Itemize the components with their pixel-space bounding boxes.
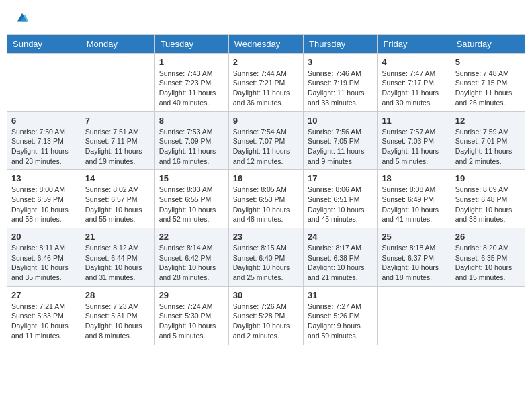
day-number: 28 [85,290,150,300]
day-info: Sunrise: 7:21 AMSunset: 5:33 PMDaylight:… [11,302,77,341]
day-number: 10 [308,116,373,126]
day-info: Sunrise: 8:20 AMSunset: 6:35 PMDaylight:… [455,243,521,283]
day-number: 20 [11,232,77,242]
day-info: Sunrise: 8:02 AMSunset: 6:57 PMDaylight:… [85,185,150,224]
calendar-cell: 9Sunrise: 7:54 AMSunset: 7:07 PMDaylight… [228,111,303,170]
calendar-cell: 8Sunrise: 7:53 AMSunset: 7:09 PMDaylight… [154,111,228,170]
day-info: Sunrise: 8:17 AMSunset: 6:38 PMDaylight:… [308,243,373,283]
day-number: 12 [455,116,521,126]
day-info: Sunrise: 8:00 AMSunset: 6:59 PMDaylight:… [11,185,77,224]
logo-text [13,10,30,26]
day-info: Sunrise: 7:56 AMSunset: 7:05 PMDaylight:… [308,127,373,167]
calendar-cell: 16Sunrise: 8:05 AMSunset: 6:53 PMDayligh… [228,170,303,228]
day-number: 25 [382,232,446,242]
day-info: Sunrise: 7:51 AMSunset: 7:11 PMDaylight:… [85,127,150,167]
day-info: Sunrise: 7:50 AMSunset: 7:13 PMDaylight:… [11,127,77,167]
day-info: Sunrise: 7:26 AMSunset: 5:28 PMDaylight:… [233,302,299,341]
calendar-cell: 5Sunrise: 7:48 AMSunset: 7:15 PMDaylight… [451,53,525,111]
day-number: 18 [382,173,446,183]
day-number: 13 [11,173,77,183]
day-number: 9 [233,116,299,126]
calendar-cell: 19Sunrise: 8:09 AMSunset: 6:48 PMDayligh… [451,170,525,228]
day-number: 2 [233,57,299,67]
day-info: Sunrise: 8:18 AMSunset: 6:37 PMDaylight:… [382,243,446,283]
weekday-header: Tuesday [154,34,228,53]
day-number: 17 [308,173,373,183]
calendar-week-row: 6Sunrise: 7:50 AMSunset: 7:13 PMDaylight… [7,111,525,170]
calendar-cell: 30Sunrise: 7:26 AMSunset: 5:28 PMDayligh… [228,286,303,345]
day-info: Sunrise: 8:09 AMSunset: 6:48 PMDaylight:… [455,185,521,224]
day-number: 19 [455,173,521,183]
calendar-cell: 31Sunrise: 7:27 AMSunset: 5:26 PMDayligh… [303,286,377,345]
calendar-week-row: 27Sunrise: 7:21 AMSunset: 5:33 PMDayligh… [7,286,525,345]
calendar-cell: 15Sunrise: 8:03 AMSunset: 6:55 PMDayligh… [154,170,228,228]
day-number: 23 [233,232,299,242]
day-number: 5 [455,57,521,67]
calendar-cell: 28Sunrise: 7:23 AMSunset: 5:31 PMDayligh… [81,286,154,345]
calendar-cell [451,286,525,345]
calendar-cell: 7Sunrise: 7:51 AMSunset: 7:11 PMDaylight… [81,111,154,170]
calendar-week-row: 13Sunrise: 8:00 AMSunset: 6:59 PMDayligh… [7,170,525,228]
day-number: 3 [308,57,373,67]
day-info: Sunrise: 8:14 AMSunset: 6:42 PMDaylight:… [159,243,224,283]
day-info: Sunrise: 7:24 AMSunset: 5:30 PMDaylight:… [159,302,224,341]
day-number: 24 [308,232,373,242]
day-info: Sunrise: 8:15 AMSunset: 6:40 PMDaylight:… [233,243,299,283]
calendar-cell [81,53,154,111]
weekday-header: Friday [378,34,451,53]
day-number: 7 [85,116,150,126]
day-info: Sunrise: 7:44 AMSunset: 7:21 PMDaylight:… [233,68,299,108]
day-info: Sunrise: 7:53 AMSunset: 7:09 PMDaylight:… [159,127,224,167]
day-info: Sunrise: 8:06 AMSunset: 6:51 PMDaylight:… [308,185,373,224]
calendar-cell: 20Sunrise: 8:11 AMSunset: 6:46 PMDayligh… [7,228,81,287]
day-number: 31 [308,290,373,300]
calendar-cell: 1Sunrise: 7:43 AMSunset: 7:23 PMDaylight… [154,53,228,111]
weekday-header: Wednesday [228,34,303,53]
calendar-cell: 22Sunrise: 8:14 AMSunset: 6:42 PMDayligh… [154,228,228,287]
calendar-cell: 10Sunrise: 7:56 AMSunset: 7:05 PMDayligh… [303,111,377,170]
calendar-cell: 3Sunrise: 7:46 AMSunset: 7:19 PMDaylight… [303,53,377,111]
calendar-cell: 21Sunrise: 8:12 AMSunset: 6:44 PMDayligh… [81,228,154,287]
calendar-cell: 13Sunrise: 8:00 AMSunset: 6:59 PMDayligh… [7,170,81,228]
day-number: 21 [85,232,150,242]
day-number: 22 [159,232,224,242]
day-info: Sunrise: 8:03 AMSunset: 6:55 PMDaylight:… [159,185,224,224]
calendar-cell: 4Sunrise: 7:47 AMSunset: 7:17 PMDaylight… [378,53,451,111]
weekday-header: Thursday [303,34,377,53]
calendar-cell: 6Sunrise: 7:50 AMSunset: 7:13 PMDaylight… [7,111,81,170]
calendar-cell: 29Sunrise: 7:24 AMSunset: 5:30 PMDayligh… [154,286,228,345]
calendar-week-row: 20Sunrise: 8:11 AMSunset: 6:46 PMDayligh… [7,228,525,287]
day-info: Sunrise: 8:05 AMSunset: 6:53 PMDaylight:… [233,185,299,224]
day-number: 6 [11,116,77,126]
day-number: 1 [159,57,224,67]
calendar-week-row: 1Sunrise: 7:43 AMSunset: 7:23 PMDaylight… [7,53,525,111]
day-number: 8 [159,116,224,126]
calendar-cell: 2Sunrise: 7:44 AMSunset: 7:21 PMDaylight… [228,53,303,111]
day-number: 26 [455,232,521,242]
calendar-cell: 17Sunrise: 8:06 AMSunset: 6:51 PMDayligh… [303,170,377,228]
day-number: 11 [382,116,446,126]
day-number: 29 [159,290,224,300]
calendar-cell: 12Sunrise: 7:59 AMSunset: 7:01 PMDayligh… [451,111,525,170]
day-info: Sunrise: 7:43 AMSunset: 7:23 PMDaylight:… [159,68,224,108]
logo-icon [15,11,30,26]
day-info: Sunrise: 8:11 AMSunset: 6:46 PMDaylight:… [11,243,77,283]
day-number: 27 [11,290,77,300]
calendar-cell: 11Sunrise: 7:57 AMSunset: 7:03 PMDayligh… [378,111,451,170]
day-info: Sunrise: 7:54 AMSunset: 7:07 PMDaylight:… [233,127,299,167]
calendar-cell: 24Sunrise: 8:17 AMSunset: 6:38 PMDayligh… [303,228,377,287]
day-info: Sunrise: 7:46 AMSunset: 7:19 PMDaylight:… [308,68,373,108]
day-number: 15 [159,173,224,183]
day-info: Sunrise: 7:57 AMSunset: 7:03 PMDaylight:… [382,127,446,167]
calendar-cell [7,53,81,111]
day-number: 14 [85,173,150,183]
day-info: Sunrise: 8:12 AMSunset: 6:44 PMDaylight:… [85,243,150,283]
calendar-cell: 14Sunrise: 8:02 AMSunset: 6:57 PMDayligh… [81,170,154,228]
day-info: Sunrise: 7:48 AMSunset: 7:15 PMDaylight:… [455,68,521,108]
calendar-table: SundayMondayTuesdayWednesdayThursdayFrid… [7,34,525,345]
day-number: 4 [382,57,446,67]
day-number: 30 [233,290,299,300]
day-info: Sunrise: 7:47 AMSunset: 7:17 PMDaylight:… [382,68,446,108]
day-info: Sunrise: 7:23 AMSunset: 5:31 PMDaylight:… [85,302,150,341]
day-info: Sunrise: 7:59 AMSunset: 7:01 PMDaylight:… [455,127,521,167]
